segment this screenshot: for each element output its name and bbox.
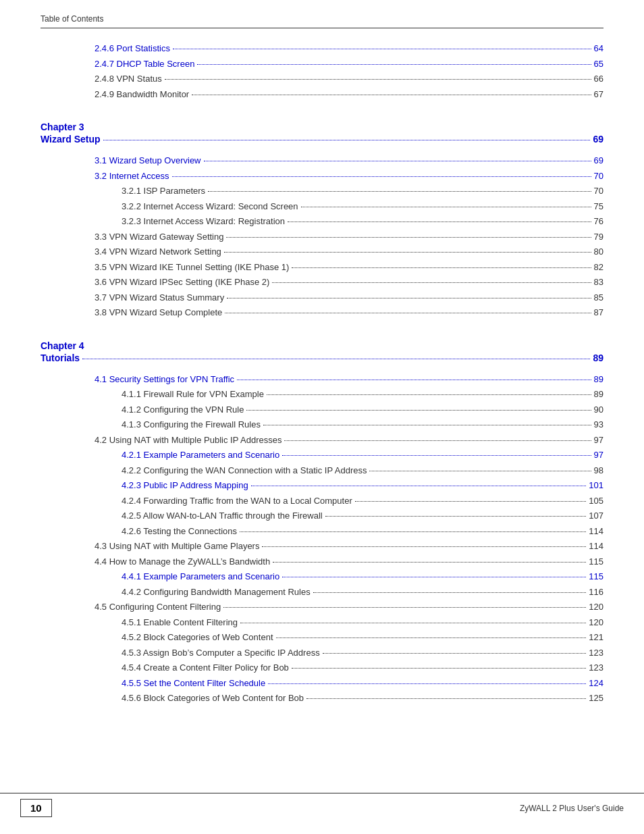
toc-page-442: 116: [589, 585, 603, 599]
toc-dots-452: [276, 637, 587, 638]
toc-link-35[interactable]: 3.5 VPN Wizard IKE Tunnel Setting (IKE P…: [95, 261, 289, 274]
toc-row-322: 3.2.2 Internet Access Wizard: Second Scr…: [122, 200, 603, 213]
toc-link-413[interactable]: 4.1.3 Configuring the Firewall Rules: [122, 418, 261, 432]
toc-link-38[interactable]: 3.8 VPN Wizard Setup Complete: [95, 306, 222, 319]
toc-page-441: 115: [589, 570, 603, 583]
header-text: Table of Contents: [41, 14, 103, 24]
toc-page-323: 76: [594, 215, 603, 228]
toc-link-44[interactable]: 4.4 How to Manage the ZyWALL’s Bandwidth: [95, 555, 270, 569]
toc-page-45: 120: [589, 600, 603, 614]
toc-link-456[interactable]: 4.5.6 Block Categories of Web Content fo…: [122, 692, 304, 705]
toc-link-455[interactable]: 4.5.5 Set the Content Filter Schedule: [122, 677, 265, 690]
toc-dots-413: [263, 425, 591, 425]
toc-link-41[interactable]: 4.1 Security Settings for VPN Traffic: [95, 373, 234, 386]
toc-row-41: 4.1 Security Settings for VPN Traffic 89: [95, 373, 603, 386]
toc-link-422[interactable]: 4.2.2 Configuring the WAN Connection wit…: [122, 464, 367, 477]
toc-link-34[interactable]: 3.4 VPN Wizard Network Setting: [95, 245, 221, 259]
toc-link-36[interactable]: 3.6 VPN Wizard IPSec Setting (IKE Phase …: [95, 276, 269, 289]
toc-row-452: 4.5.2 Block Categories of Web Content 12…: [122, 631, 603, 644]
toc-row-323: 3.2.3 Internet Access Wizard: Registrati…: [122, 215, 603, 228]
toc-dots-441: [282, 577, 586, 577]
toc-dots-35: [292, 267, 591, 268]
toc-dots-322: [301, 207, 591, 207]
toc-page-34: 80: [594, 245, 603, 259]
toc-link-33[interactable]: 3.3 VPN Wizard Gateway Setting: [95, 230, 223, 244]
chapter3-title-row: Wizard Setup 69: [41, 134, 603, 145]
toc-link-421[interactable]: 4.2.1 Example Parameters and Scenario: [122, 448, 279, 462]
toc-page-453: 123: [589, 646, 603, 660]
toc-row-45: 4.5 Configuring Content Filtering 120: [95, 600, 603, 614]
toc-link-423[interactable]: 4.2.3 Public IP Address Mapping: [122, 479, 248, 492]
toc-page-456: 125: [589, 692, 603, 705]
toc-page-41: 89: [594, 373, 603, 386]
toc-link-411[interactable]: 4.1.1 Firewall Rule for VPN Example: [122, 388, 264, 401]
toc-link-424[interactable]: 4.2.4 Forwarding Traffic from the WAN to…: [122, 494, 352, 508]
toc-row-44: 4.4 How to Manage the ZyWALL’s Bandwidth…: [95, 555, 603, 569]
toc-link-321[interactable]: 3.2.1 ISP Parameters: [122, 184, 205, 198]
toc-link-42[interactable]: 4.2 Using NAT with Multiple Public IP Ad…: [95, 434, 281, 447]
toc-link-32[interactable]: 3.2 Internet Access: [95, 170, 169, 183]
toc-page-413: 93: [594, 418, 603, 432]
toc-row-37: 3.7 VPN Wizard Status Summary 85: [95, 291, 603, 305]
toc-row-321: 3.2.1 ISP Parameters 70: [122, 184, 603, 198]
toc-dots-455: [268, 683, 586, 684]
toc-link-441[interactable]: 4.4.1 Example Parameters and Scenario: [122, 570, 279, 583]
toc-link-45[interactable]: 4.5 Configuring Content Filtering: [95, 600, 221, 614]
toc-dots-249: [192, 95, 591, 95]
toc-page-412: 90: [594, 403, 603, 417]
toc-dots-442: [313, 592, 587, 593]
toc-page-455: 124: [589, 677, 603, 690]
toc-link-425[interactable]: 4.2.5 Allow WAN-to-LAN Traffic through t…: [122, 509, 323, 523]
chapter4-title-page: 89: [593, 353, 603, 363]
toc-link-454[interactable]: 4.5.4 Create a Content Filter Policy for…: [122, 661, 289, 675]
chapter3-title-page: 69: [593, 134, 603, 145]
toc-row-36: 3.6 VPN Wizard IPSec Setting (IKE Phase …: [95, 276, 603, 289]
toc-link-452[interactable]: 4.5.2 Block Categories of Web Content: [122, 631, 273, 644]
toc-row-454: 4.5.4 Create a Content Filter Policy for…: [122, 661, 603, 675]
toc-link-451[interactable]: 4.5.1 Enable Content Filtering: [122, 616, 238, 629]
toc-row-441: 4.4.1 Example Parameters and Scenario 11…: [122, 570, 603, 583]
toc-dots-38: [225, 313, 591, 313]
toc-dots-321: [208, 191, 591, 192]
toc-link-246[interactable]: 2.4.6 Port Statistics: [95, 42, 170, 55]
toc-row-424: 4.2.4 Forwarding Traffic from the WAN to…: [122, 494, 603, 508]
toc-page-36: 83: [594, 276, 603, 289]
toc-row-33: 3.3 VPN Wizard Gateway Setting 79: [95, 230, 603, 244]
toc-page-247: 65: [594, 57, 603, 71]
toc-row-43: 4.3 Using NAT with Multiple Game Players…: [95, 540, 603, 553]
toc-row-32: 3.2 Internet Access 70: [95, 170, 603, 183]
toc-dots-41: [237, 380, 591, 380]
chapter4-title-row: Tutorials 89: [41, 353, 603, 363]
toc-page-421: 97: [594, 448, 603, 462]
toc-link-31[interactable]: 3.1 Wizard Setup Overview: [95, 154, 201, 167]
chapter3-title[interactable]: Wizard Setup: [41, 134, 101, 145]
toc-dots-42: [284, 440, 591, 441]
toc-dots-37: [227, 298, 591, 298]
toc-link-248[interactable]: 2.4.8 VPN Status: [95, 72, 162, 86]
toc-row-412: 4.1.2 Configuring the VPN Rule 90: [122, 403, 603, 417]
toc-dots-412: [246, 410, 591, 411]
chapter3-heading: Chapter 3: [41, 122, 603, 132]
toc-row-422: 4.2.2 Configuring the WAN Connection wit…: [122, 464, 603, 477]
toc-link-247[interactable]: 2.4.7 DHCP Table Screen: [95, 57, 194, 71]
chapter4-section: Chapter 4 Tutorials 89 4.1 Security Sett…: [41, 340, 603, 705]
toc-page-31: 69: [594, 154, 603, 167]
toc-link-412[interactable]: 4.1.2 Configuring the VPN Rule: [122, 403, 244, 417]
toc-dots-36: [272, 282, 591, 283]
toc-link-442[interactable]: 4.4.2 Configuring Bandwidth Management R…: [122, 585, 311, 599]
toc-page-454: 123: [589, 661, 603, 675]
toc-link-453[interactable]: 4.5.3 Assign Bob’s Computer a Specific I…: [122, 646, 320, 660]
toc-row-31: 3.1 Wizard Setup Overview 69: [95, 154, 603, 167]
toc-page-33: 79: [594, 230, 603, 244]
toc-page-424: 105: [589, 494, 603, 508]
chapter4-title[interactable]: Tutorials: [41, 353, 80, 363]
chapter3-section: Chapter 3 Wizard Setup 69 3.1 Wizard Set…: [41, 122, 603, 319]
toc-link-322[interactable]: 3.2.2 Internet Access Wizard: Second Scr…: [122, 200, 298, 213]
toc-link-426[interactable]: 4.2.6 Testing the Connections: [122, 525, 237, 538]
toc-link-249[interactable]: 2.4.9 Bandwidth Monitor: [95, 88, 189, 101]
toc-page-321: 70: [594, 184, 603, 198]
toc-link-323[interactable]: 3.2.3 Internet Access Wizard: Registrati…: [122, 215, 285, 228]
chapter4-heading: Chapter 4: [41, 340, 603, 351]
toc-link-43[interactable]: 4.3 Using NAT with Multiple Game Players: [95, 540, 259, 553]
toc-link-37[interactable]: 3.7 VPN Wizard Status Summary: [95, 291, 224, 305]
